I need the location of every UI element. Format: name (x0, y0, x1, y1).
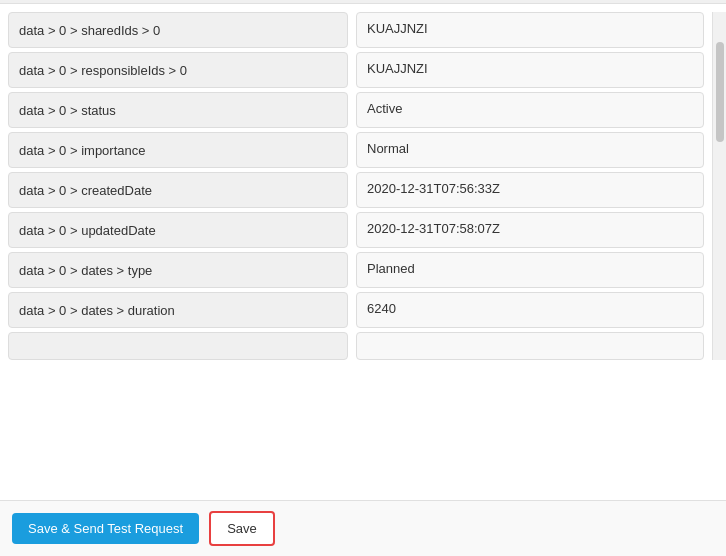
row-value[interactable]: Planned (356, 252, 704, 288)
table-row: data > 0 > sharedIds > 0 KUAJJNZI (0, 12, 712, 48)
row-label: data > 0 > createdDate (8, 172, 348, 208)
table-row: data > 0 > dates > duration 6240 (0, 292, 712, 328)
row-label: data > 0 > status (8, 92, 348, 128)
row-label: data > 0 > updatedDate (8, 212, 348, 248)
row-label: data > 0 > responsibleIds > 0 (8, 52, 348, 88)
row-value[interactable]: 6240 (356, 292, 704, 328)
rows-container: data > 0 > sharedIds > 0 KUAJJNZI data >… (0, 12, 726, 360)
save-send-button[interactable]: Save & Send Test Request (12, 513, 199, 544)
row-value[interactable]: 2020-12-31T07:58:07Z (356, 212, 704, 248)
table-row: data > 0 > updatedDate 2020-12-31T07:58:… (0, 212, 712, 248)
table-row: data > 0 > status Active (0, 92, 712, 128)
row-value[interactable]: Normal (356, 132, 704, 168)
footer: Save & Send Test Request Save (0, 500, 726, 556)
main-content: data > 0 > sharedIds > 0 KUAJJNZI data >… (0, 0, 726, 500)
partial-label (8, 332, 348, 360)
row-label: data > 0 > dates > type (8, 252, 348, 288)
scroll-area[interactable]: data > 0 > sharedIds > 0 KUAJJNZI data >… (0, 4, 726, 500)
table-row: data > 0 > createdDate 2020-12-31T07:56:… (0, 172, 712, 208)
row-label: data > 0 > importance (8, 132, 348, 168)
row-value[interactable]: 2020-12-31T07:56:33Z (356, 172, 704, 208)
save-button[interactable]: Save (209, 511, 275, 546)
table-row: data > 0 > importance Normal (0, 132, 712, 168)
table-row: data > 0 > dates > type Planned (0, 252, 712, 288)
scrollbar-track[interactable] (712, 12, 726, 360)
partial-value (356, 332, 704, 360)
row-label: data > 0 > dates > duration (8, 292, 348, 328)
scrollbar-thumb (716, 42, 724, 142)
row-value[interactable]: Active (356, 92, 704, 128)
row-value[interactable]: KUAJJNZI (356, 12, 704, 48)
row-value[interactable]: KUAJJNZI (356, 52, 704, 88)
row-label: data > 0 > sharedIds > 0 (8, 12, 348, 48)
table-rows: data > 0 > sharedIds > 0 KUAJJNZI data >… (0, 12, 712, 328)
table-row: data > 0 > responsibleIds > 0 KUAJJNZI (0, 52, 712, 88)
partial-row (0, 332, 712, 360)
